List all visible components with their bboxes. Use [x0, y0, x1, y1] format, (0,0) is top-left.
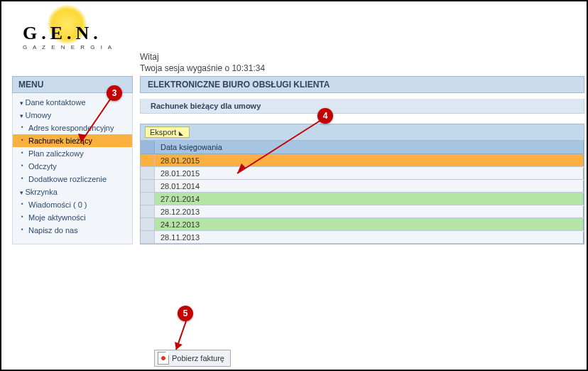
table-row[interactable]: 28.01.2015: [141, 154, 584, 167]
row-selector[interactable]: [141, 231, 155, 243]
grid-select-col: [141, 141, 155, 154]
subsection-title: Rachunek bieżący dla umowy: [140, 99, 584, 114]
menu-item-activities[interactable]: Moje aktywności: [13, 211, 132, 224]
cell-date: 28.12.2013: [155, 206, 584, 217]
grid-toolbar: Eksport: [140, 124, 584, 141]
menu-item-readings[interactable]: Odczyty: [13, 160, 132, 173]
cell-date: 24.12.2013: [155, 219, 584, 230]
row-selector[interactable]: [141, 218, 155, 230]
row-selector[interactable]: [141, 180, 155, 192]
menu-panel: MENU Dane kontaktowe Umowy Adres korespo…: [12, 76, 133, 244]
annotation-4: 4: [317, 108, 333, 124]
main-area: ELEKTRONICZNE BIURO OBSŁUGI KLIENTA Rach…: [140, 76, 584, 244]
welcome-greeting: Witaj: [140, 51, 265, 63]
logo-subtitle: G A Z E N E R G I A: [23, 44, 114, 50]
cell-date: 28.01.2015: [155, 155, 584, 166]
pdf-icon: [158, 352, 169, 365]
download-invoice-button[interactable]: Pobierz fakturę: [154, 350, 231, 367]
grid-header: Data księgowania: [141, 141, 584, 154]
table-row[interactable]: 24.12.2013: [141, 218, 584, 231]
menu-item-current-account[interactable]: Rachunek bieżący: [13, 134, 132, 147]
annotation-5: 5: [178, 306, 193, 321]
table-row[interactable]: 28.11.2013: [141, 231, 584, 244]
menu-section-inbox[interactable]: Skrzynka: [13, 186, 132, 198]
svg-marker-5: [175, 342, 183, 350]
menu-item-advance-plan[interactable]: Plan zaliczkowy: [13, 147, 132, 160]
cell-date: 27.01.2014: [155, 193, 584, 205]
svg-line-4: [176, 321, 186, 350]
menu-item-write[interactable]: Napisz do nas: [13, 224, 132, 237]
row-selector[interactable]: [141, 167, 155, 179]
welcome-block: Witaj Twoja sesja wygaśnie o 10:31:34: [140, 51, 265, 74]
row-selector[interactable]: [141, 154, 155, 166]
download-label: Pobierz fakturę: [172, 354, 224, 362]
table-row[interactable]: 28.01.2014: [141, 180, 584, 193]
row-selector[interactable]: [141, 193, 155, 205]
menu-section-contracts[interactable]: Umowy: [13, 109, 132, 122]
menu-item-address[interactable]: Adres korespondencyjny: [13, 122, 132, 134]
data-grid: Data księgowania 28.01.2015 28.01.2015 2…: [140, 141, 584, 244]
cell-date: 28.11.2013: [155, 232, 584, 243]
annotation-3: 3: [107, 85, 122, 101]
grid-col-date[interactable]: Data księgowania: [155, 141, 584, 154]
cell-date: 28.01.2014: [155, 181, 584, 192]
menu-body: Dane kontaktowe Umowy Adres korespondenc…: [12, 93, 133, 244]
table-row[interactable]: 28.01.2015: [141, 167, 584, 180]
logo-text: G.E.N.: [23, 23, 102, 44]
brand-logo: G.E.N. G A Z E N E R G I A: [12, 7, 126, 50]
export-button[interactable]: Eksport: [145, 127, 190, 138]
row-selector[interactable]: [141, 205, 155, 217]
cell-date: 28.01.2015: [155, 168, 584, 179]
session-expiry: Twoja sesja wygaśnie o 10:31:34: [140, 63, 265, 74]
table-row[interactable]: 28.12.2013: [141, 205, 584, 218]
table-row[interactable]: 27.01.2014: [141, 193, 584, 205]
page-title: ELEKTRONICZNE BIURO OBSŁUGI KLIENTA: [140, 76, 584, 93]
menu-item-settlement[interactable]: Dodatkowe rozliczenie: [13, 173, 132, 186]
menu-item-messages[interactable]: Wiadomości ( 0 ): [13, 198, 132, 211]
